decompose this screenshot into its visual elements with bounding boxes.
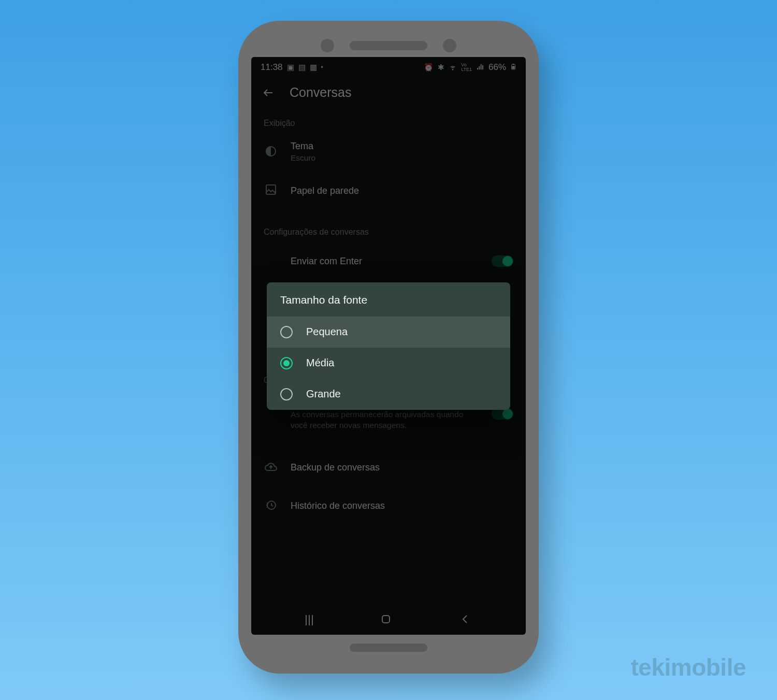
row-backup[interactable]: Backup de conversas [251, 449, 526, 487]
cloud-backup-icon [264, 461, 278, 475]
wifi-icon [449, 63, 457, 73]
phone-bottom-bezel [251, 635, 526, 661]
svg-rect-4 [266, 185, 276, 194]
svg-rect-2 [512, 66, 515, 69]
row-theme-title: Tema [291, 141, 513, 152]
nav-recent-button[interactable] [306, 615, 313, 625]
row-history-title: Histórico de conversas [291, 501, 513, 511]
status-bar: 11:38 ▣ ▤ ▦ • ⏰ ✱ VoLTE1 66% [251, 57, 526, 76]
row-history[interactable]: Histórico de conversas [251, 487, 526, 525]
row-backup-title: Backup de conversas [291, 462, 513, 473]
app-icon-nu: ▤ [298, 63, 306, 72]
battery-icon [510, 63, 516, 73]
row-theme-value: Escuro [291, 153, 513, 164]
alarm-icon: ⏰ [424, 63, 434, 72]
volte-icon: VoLTE1 [461, 63, 472, 72]
font-option-small-label: Pequena [306, 326, 348, 338]
radio-icon [280, 326, 293, 338]
gallery-icon: ▣ [287, 63, 294, 72]
nav-home-button[interactable] [380, 613, 392, 627]
app-bar: Conversas [251, 76, 526, 111]
screen: 11:38 ▣ ▤ ▦ • ⏰ ✱ VoLTE1 66% [251, 57, 526, 635]
font-option-large-label: Grande [306, 388, 341, 400]
more-notifications-icon: • [321, 64, 323, 71]
phone-top-bezel [251, 34, 526, 57]
font-option-large[interactable]: Grande [267, 379, 510, 410]
status-battery: 66% [488, 62, 506, 73]
back-button[interactable] [262, 86, 275, 99]
row-theme[interactable]: Tema Escuro [251, 133, 526, 172]
row-enter-title: Enviar com Enter [291, 256, 479, 267]
font-option-small[interactable]: Pequena [267, 317, 510, 348]
row-keep-sub: As conversas permanecerão arquivadas qua… [291, 409, 479, 431]
theme-icon [264, 145, 278, 160]
font-option-medium[interactable]: Média [267, 348, 510, 379]
enter-send-toggle[interactable] [492, 255, 513, 267]
font-size-dialog: Tamanho da fonte Pequena Média Grande [267, 282, 510, 410]
signal-icon [476, 63, 484, 73]
phone-frame: 11:38 ▣ ▤ ▦ • ⏰ ✱ VoLTE1 66% [238, 21, 539, 674]
keep-archived-toggle[interactable] [492, 408, 513, 420]
bluetooth-icon: ✱ [438, 63, 444, 72]
row-wallpaper-title: Papel de parede [291, 185, 513, 196]
svg-rect-6 [382, 616, 390, 623]
row-enter-send[interactable]: Enviar com Enter [251, 242, 526, 280]
font-option-medium-label: Média [306, 357, 334, 369]
nav-bar [251, 606, 526, 635]
watermark: tekimobile [630, 653, 746, 681]
wallpaper-icon [264, 183, 278, 198]
section-header-chat: Configurações de conversas [251, 220, 526, 242]
section-header-display: Exibição [251, 111, 526, 133]
radio-icon-selected [280, 357, 293, 369]
app-icon-board: ▦ [310, 63, 317, 72]
row-wallpaper[interactable]: Papel de parede [251, 172, 526, 210]
nav-back-button[interactable] [459, 613, 471, 627]
dialog-title: Tamanho da fonte [267, 282, 510, 317]
history-icon [264, 499, 278, 513]
svg-rect-1 [513, 64, 514, 65]
status-time: 11:38 [261, 62, 283, 73]
page-title: Conversas [290, 85, 352, 100]
radio-icon [280, 388, 293, 401]
